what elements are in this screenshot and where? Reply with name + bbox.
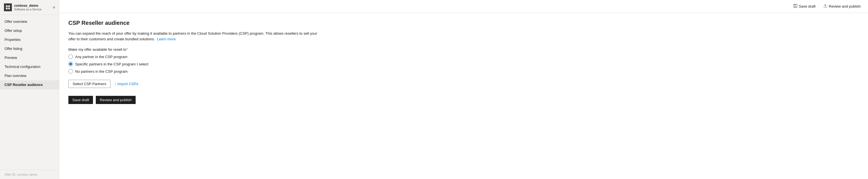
radio-any-partner[interactable]: Any partner in the CSP program — [68, 55, 859, 59]
required-marker: * — [126, 47, 128, 51]
sidebar: contoso_demo Software as a Service ≡ Off… — [0, 0, 59, 179]
app-info: contoso_demo Software as a Service — [14, 4, 41, 11]
review-publish-toolbar-button[interactable]: Review and publish — [822, 3, 862, 10]
import-csps-icon: ↑ — [115, 82, 116, 86]
radio-any-partner-label: Any partner in the CSP program — [75, 55, 127, 59]
svg-rect-3 — [8, 8, 10, 9]
upload-icon — [824, 4, 827, 9]
save-draft-toolbar-label: Save draft — [799, 4, 815, 8]
app-logo-icon — [4, 3, 12, 11]
radio-no-partners-input[interactable] — [68, 69, 73, 74]
field-label: Make my offer available for resell to* — [68, 47, 859, 51]
sidebar-item-technical-configuration[interactable]: Technical configuration — [0, 62, 59, 71]
sidebar-nav: Offer overview Offer setup Properties Of… — [0, 15, 59, 170]
save-draft-button[interactable]: Save draft — [68, 96, 93, 104]
svg-rect-6 — [794, 6, 797, 7]
save-icon — [794, 4, 797, 9]
radio-specific-partners-input[interactable] — [68, 62, 73, 66]
offer-id-label: Offer ID: contoso_demo — [0, 170, 59, 179]
sidebar-item-csp-reseller-audience[interactable]: CSP Reseller audience — [0, 80, 59, 90]
page-title: CSP Reseller audience — [68, 20, 859, 26]
svg-rect-2 — [6, 8, 8, 9]
select-csp-partners-button[interactable]: Select CSP Partners — [68, 80, 111, 88]
bottom-actions: Save draft Review and publish — [68, 96, 859, 104]
sidebar-item-offer-listing[interactable]: Offer listing — [0, 44, 59, 53]
app-subtitle: Software as a Service — [14, 8, 41, 11]
radio-specific-partners-label: Specific partners in the CSP program I s… — [75, 62, 148, 66]
save-draft-toolbar-button[interactable]: Save draft — [792, 3, 817, 10]
learn-more-link[interactable]: Learn more — [157, 37, 176, 41]
main-content: Save draft Review and publish CSP Resell… — [59, 0, 868, 179]
svg-rect-1 — [8, 5, 10, 7]
sidebar-header-left: contoso_demo Software as a Service — [4, 3, 41, 11]
import-csps-label: Import CSPs — [117, 82, 138, 86]
sidebar-item-offer-setup[interactable]: Offer setup — [0, 26, 59, 35]
description-text: You can expand the reach of your offer b… — [68, 31, 317, 41]
expand-icon[interactable]: ≡ — [53, 5, 55, 9]
sidebar-item-plan-overview[interactable]: Plan overview — [0, 71, 59, 80]
page-content: CSP Reseller audience You can expand the… — [59, 13, 868, 179]
svg-rect-0 — [6, 5, 8, 7]
review-and-publish-button[interactable]: Review and publish — [96, 96, 135, 104]
svg-rect-5 — [794, 4, 796, 5]
toolbar: Save draft Review and publish — [59, 0, 868, 13]
app-name: contoso_demo — [14, 4, 41, 8]
sidebar-item-preview[interactable]: Preview — [0, 53, 59, 62]
sidebar-item-offer-overview[interactable]: Offer overview — [0, 17, 59, 26]
sidebar-item-properties[interactable]: Properties — [0, 35, 59, 44]
resell-radio-group: Any partner in the CSP program Specific … — [68, 55, 859, 74]
radio-no-partners-label: No partners in the CSP program — [75, 69, 127, 74]
sidebar-header: contoso_demo Software as a Service ≡ — [0, 0, 59, 15]
action-row: Select CSP Partners ↑ Import CSPs — [68, 80, 859, 88]
review-publish-toolbar-label: Review and publish — [829, 4, 861, 8]
import-csps-link[interactable]: ↑ Import CSPs — [115, 82, 138, 86]
page-description: You can expand the reach of your offer b… — [68, 31, 323, 42]
radio-no-partners[interactable]: No partners in the CSP program — [68, 69, 859, 74]
radio-any-partner-input[interactable] — [68, 55, 73, 59]
radio-specific-partners[interactable]: Specific partners in the CSP program I s… — [68, 62, 859, 66]
